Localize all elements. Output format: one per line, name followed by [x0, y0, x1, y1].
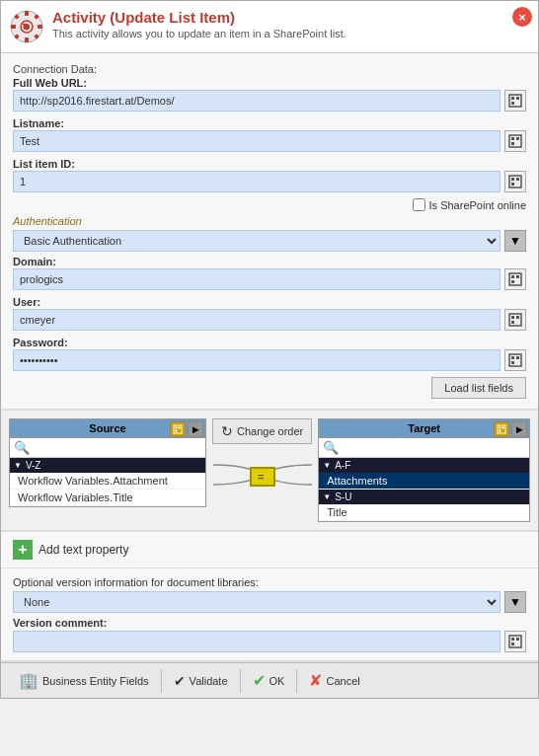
source-panel: Source ▶ 🔍 ▼ V-Z Workflow Variables.Atta… [9, 418, 206, 507]
password-group: Password: [13, 337, 526, 371]
target-panel-header: Target ▶ [319, 419, 529, 438]
svg-rect-2 [25, 38, 29, 42]
svg-rect-28 [509, 314, 521, 326]
add-property-button[interactable]: Add text property [38, 543, 128, 557]
ok-icon: ✔ [253, 671, 266, 690]
svg-rect-33 [511, 356, 514, 359]
target-panel-title: Target [408, 422, 440, 434]
full-web-url-group: Full Web URL: [13, 77, 526, 112]
password-label: Password: [13, 337, 526, 348]
domain-input[interactable] [13, 268, 500, 290]
svg-rect-3 [11, 25, 16, 29]
svg-text:=: = [258, 471, 264, 483]
full-web-url-picker-icon[interactable] [504, 90, 526, 112]
user-group: User: [13, 296, 526, 331]
header-text: Activity (Update List Item) This activit… [52, 9, 528, 39]
domain-group: Domain: [13, 256, 526, 290]
target-panel-icon1[interactable] [494, 421, 509, 437]
header: ↻ Activity (Update List Item) This activ… [1, 1, 538, 53]
source-panel-header: Source ▶ [10, 419, 205, 438]
target-search-input[interactable] [341, 442, 525, 454]
cancel-icon: ✘ [309, 671, 322, 690]
change-order-icon: ↻ [221, 423, 233, 439]
list-item-id-picker-icon[interactable] [504, 171, 526, 192]
full-web-url-input[interactable] [13, 90, 500, 112]
source-panel-icon2[interactable]: ▶ [188, 421, 203, 437]
user-input[interactable] [13, 309, 500, 331]
auth-method-select[interactable]: Basic Authentication Windows Authenticat… [13, 230, 500, 252]
svg-rect-29 [511, 316, 514, 319]
business-entity-icon: 🏢 [19, 671, 38, 690]
source-search-icon: 🔍 [14, 440, 30, 455]
listname-picker-icon[interactable] [504, 130, 526, 152]
svg-rect-22 [516, 178, 519, 181]
svg-rect-16 [509, 135, 521, 147]
svg-rect-4 [38, 25, 42, 29]
sharepoint-online-label: Is SharePoint online [429, 199, 526, 211]
connection-label: Connection Data: [13, 63, 526, 75]
svg-rect-48 [516, 638, 519, 641]
source-item-1[interactable]: Workflow Variables.Title [10, 490, 205, 506]
user-picker-icon[interactable] [504, 309, 526, 331]
password-picker-icon[interactable] [504, 349, 526, 371]
target-panel-icon2[interactable]: ▶ [511, 421, 527, 437]
version-comment-input[interactable] [13, 631, 500, 652]
domain-label: Domain: [13, 256, 526, 267]
svg-rect-18 [516, 137, 519, 140]
source-panel-title: Source [89, 422, 125, 434]
svg-rect-43 [500, 427, 501, 429]
target-item-attachments[interactable]: Attachments [319, 473, 529, 490]
auth-dropdown-arrow[interactable]: ▼ [504, 230, 526, 252]
load-list-fields-button[interactable]: Load list fields [431, 377, 526, 399]
connection-section: Connection Data: Full Web URL: Listname:… [1, 53, 538, 411]
version-comment-picker-icon[interactable] [504, 631, 526, 652]
source-item-0[interactable]: Workflow Variables.Attachment [10, 473, 205, 490]
source-panel-icon1[interactable] [170, 421, 186, 437]
svg-rect-34 [516, 356, 519, 359]
cancel-button[interactable]: ✘ Cancel [299, 667, 369, 694]
main-window: ↻ Activity (Update List Item) This activ… [0, 0, 539, 699]
footer-divider-3 [296, 669, 297, 693]
source-search-input[interactable] [32, 442, 201, 454]
svg-rect-38 [179, 427, 181, 429]
target-panel: Target ▶ 🔍 ▼ A-F Attachments ▼ S-U [318, 418, 530, 522]
sharepoint-online-checkbox[interactable] [413, 198, 425, 211]
version-select[interactable]: None Major Minor [13, 591, 500, 613]
connector-area: ↻ Change order = [206, 418, 318, 499]
list-item-id-input[interactable] [13, 171, 500, 192]
password-input[interactable] [13, 349, 500, 371]
panels-area: Source ▶ 🔍 ▼ V-Z Workflow Variables.Atta… [1, 411, 538, 532]
svg-rect-39 [176, 430, 178, 432]
close-button[interactable]: × [512, 7, 532, 27]
target-search-icon: 🔍 [323, 440, 339, 455]
svg-rect-32 [509, 354, 521, 366]
svg-rect-35 [511, 361, 514, 364]
list-item-id-group: List item ID: [13, 158, 526, 192]
add-property-icon: + [13, 540, 33, 560]
svg-rect-17 [511, 137, 514, 140]
target-section1-header: ▼ A-F [319, 458, 529, 473]
footer-divider-2 [240, 669, 241, 693]
source-search-row: 🔍 [10, 438, 205, 458]
target-item-title[interactable]: Title [319, 504, 529, 521]
activity-icon: ↻ [9, 9, 44, 44]
svg-rect-23 [511, 183, 514, 186]
add-property-row: + Add text property [1, 532, 538, 568]
user-label: User: [13, 296, 526, 308]
footer-divider-1 [161, 669, 162, 693]
change-order-button[interactable]: ↻ Change order [212, 418, 312, 444]
version-info-label: Optional version information for documen… [13, 576, 526, 588]
listname-group: Listname: [13, 117, 526, 152]
svg-rect-25 [511, 275, 514, 278]
validate-button[interactable]: ✔ Validate [164, 669, 238, 693]
auth-label: Authentication [13, 215, 526, 227]
business-entity-button[interactable]: 🏢 Business Entity Fields [9, 667, 159, 694]
listname-input[interactable] [13, 130, 500, 152]
domain-picker-icon[interactable] [504, 268, 526, 290]
version-dropdown-arrow[interactable]: ▼ [504, 591, 526, 613]
auth-section: Authentication Basic Authentication Wind… [13, 215, 526, 371]
svg-rect-21 [511, 178, 514, 181]
ok-button[interactable]: ✔ OK [243, 667, 295, 694]
connector-svg: = [213, 450, 312, 499]
svg-rect-14 [516, 97, 519, 100]
